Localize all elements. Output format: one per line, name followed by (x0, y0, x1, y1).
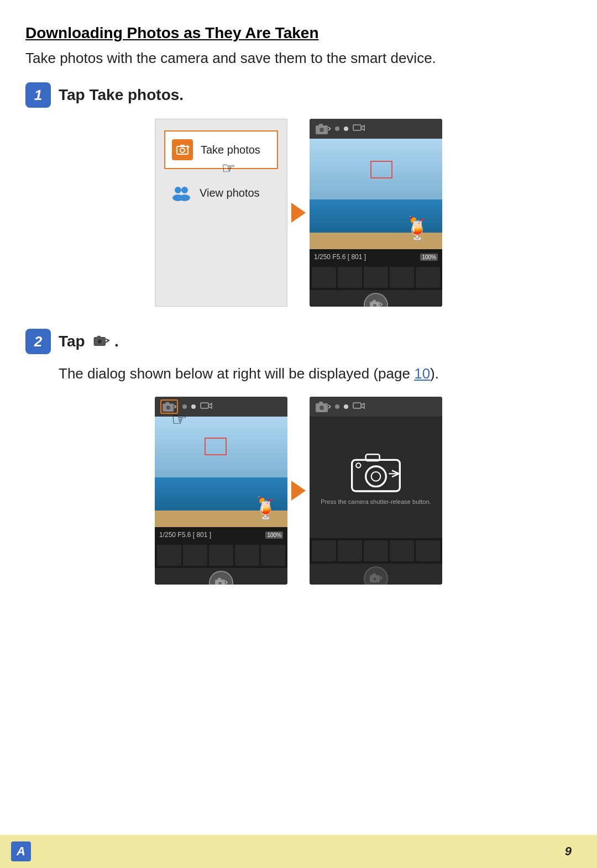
step2-thumb-3 (209, 545, 233, 566)
step2-thumbnail-row (155, 543, 287, 568)
step1-camera-screen: 🍹 1/250 F5.6 [ 801 ] 100% (310, 119, 442, 307)
step1-header: 1 Tap Take photos. (25, 82, 572, 108)
step2-camera-viewfinder: ☞ 🍹 1/250 F5.6 [ 801 ] 100% (155, 397, 287, 585)
step2-cam-dot-2 (191, 404, 196, 409)
step1-screenshots: Take photos View photos (25, 119, 572, 307)
step2-screenshots: ☞ 🍹 1/250 F5.6 [ 801 ] 100% (25, 397, 572, 585)
footer-a-badge: A (11, 841, 31, 861)
shutter-bar (310, 290, 442, 307)
page-footer: A 9 (0, 835, 597, 868)
step2-label: Tap . (59, 333, 119, 350)
step2-camera-info: 1/250 F5.6 [ 801 ] (159, 531, 211, 539)
step2-right-shutter-button (364, 566, 388, 585)
cam-dot-2 (344, 127, 348, 131)
step2-shutter-bar (155, 568, 287, 585)
step2-thumb-2 (183, 545, 207, 566)
step2-right-thumb-3 (364, 540, 388, 561)
pct-badge: 100% (420, 254, 438, 261)
step2-arrow (287, 481, 310, 501)
camera-viewfinder: 🍹 1/250 F5.6 [ 801 ] 100% (310, 119, 442, 307)
cam-dot-1 (335, 127, 339, 131)
step2-thumb-4 (235, 545, 259, 566)
step2-badge: 2 (25, 329, 51, 354)
take-photos-menu-item: Take photos (164, 130, 278, 169)
step1-badge: 1 (25, 82, 51, 108)
step1-bold: Take photos. (89, 86, 184, 103)
svg-point-15 (97, 339, 102, 344)
svg-rect-2 (180, 145, 185, 147)
camera-outline-icon (348, 450, 404, 494)
shutter-button[interactable] (364, 293, 388, 307)
view-photos-icon (171, 182, 192, 203)
step2-right-thumb-5 (416, 540, 440, 561)
cocktail-icon: 🍹 (404, 215, 431, 241)
step1-label: Tap Take photos. (59, 86, 184, 104)
tap-camera-icon (93, 334, 110, 349)
step2-thumb-5 (261, 545, 285, 566)
step2-right-thumb-4 (390, 540, 414, 561)
svg-point-8 (319, 127, 324, 133)
step2-viewfinder: 🍹 (155, 417, 287, 527)
svg-rect-16 (97, 335, 101, 338)
step2-right-shutter-bar (310, 564, 442, 585)
step2-cam-dot-1 (182, 404, 187, 409)
svg-point-6 (179, 194, 190, 201)
take-photos-icon (172, 139, 193, 160)
svg-point-32 (356, 463, 360, 467)
step1-arrow (287, 203, 310, 223)
page-link[interactable]: 10 (414, 365, 430, 382)
svg-rect-36 (373, 574, 376, 576)
thumb-3 (364, 267, 388, 288)
thumb-2 (338, 267, 362, 288)
step2-focus-box (205, 438, 227, 455)
svg-point-29 (366, 466, 386, 487)
step2-right-thumbnail-row (310, 538, 442, 564)
svg-point-22 (218, 581, 222, 585)
camera-info-bar: 1/250 F5.6 [ 801 ] 100% (310, 249, 442, 265)
step2-header: 2 Tap . (25, 329, 572, 354)
step1-app-screen: Take photos View photos (155, 119, 287, 307)
svg-point-18 (166, 405, 171, 410)
view-photos-label: View photos (200, 187, 260, 199)
svg-rect-26 (319, 402, 323, 404)
svg-rect-23 (218, 578, 221, 580)
viewfinder: 🍹 (310, 139, 442, 249)
thumb-1 (312, 267, 336, 288)
app-menu: Take photos View photos (155, 119, 287, 307)
svg-rect-10 (353, 125, 361, 130)
camera-top-bar (310, 119, 442, 139)
step2-info-bar: 1/250 F5.6 [ 801 ] 100% (155, 527, 287, 543)
focus-box (370, 161, 392, 178)
svg-rect-13 (373, 300, 376, 302)
svg-rect-20 (201, 403, 208, 408)
svg-point-25 (319, 405, 324, 411)
subtitle: Take photos with the camera and save the… (25, 50, 572, 67)
svg-rect-19 (166, 402, 169, 404)
svg-point-12 (373, 303, 377, 307)
svg-point-3 (175, 187, 181, 193)
svg-point-35 (373, 577, 377, 581)
step2-right-dot-1 (335, 404, 339, 409)
view-photos-menu-item: View photos (164, 175, 278, 211)
thumb-5 (416, 267, 440, 288)
step2-description: The dialog shown below at right will be … (59, 365, 572, 382)
page-title: Downloading Photos as They Are Taken (25, 24, 572, 42)
step2-right-top-bar (310, 397, 442, 417)
step2-camera-left: ☞ 🍹 1/250 F5.6 [ 801 ] 100% (155, 397, 287, 585)
step2-right-thumb-1 (312, 540, 336, 561)
step2-right-dot-2 (344, 404, 348, 409)
press-text: Press the camera shutter-release button. (312, 498, 439, 505)
step2-thumb-1 (157, 545, 181, 566)
svg-rect-9 (319, 124, 323, 126)
step2-right-thumb-2 (338, 540, 362, 561)
step2-camera-right: Press the camera shutter-release button. (310, 397, 442, 585)
thumb-4 (390, 267, 414, 288)
take-photos-label: Take photos (201, 144, 260, 156)
step2-press-screen: Press the camera shutter-release button. (310, 397, 442, 585)
svg-point-30 (371, 472, 381, 481)
step2-shutter-button[interactable] (209, 571, 233, 585)
step2-cursor: ☞ (171, 409, 187, 430)
page-number: 9 (565, 844, 572, 859)
step2-pct-badge: 100% (265, 532, 283, 539)
cursor-hand: ☞ (222, 159, 235, 177)
